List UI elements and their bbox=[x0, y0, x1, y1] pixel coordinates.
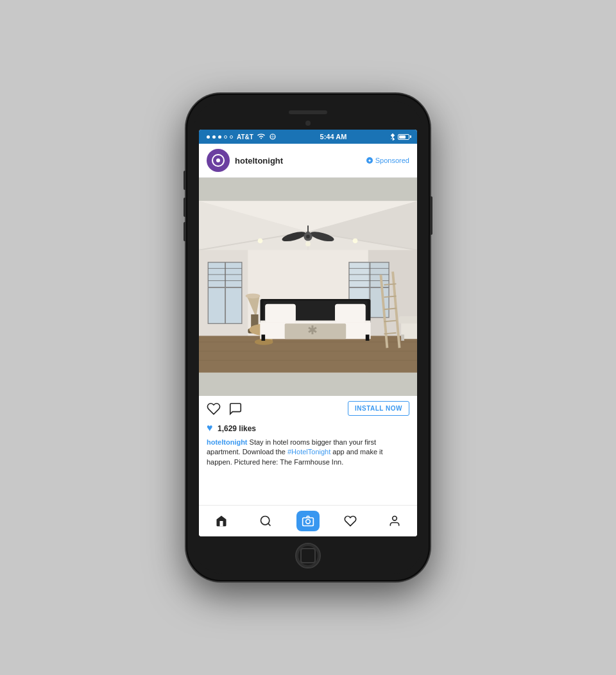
home-button-area bbox=[194, 536, 422, 574]
likes-section: ♥ 1,629 likes bbox=[199, 421, 417, 436]
heart-nav-icon bbox=[344, 515, 357, 527]
svg-rect-67 bbox=[366, 334, 370, 341]
svg-rect-69 bbox=[398, 316, 417, 323]
caption-hashtag[interactable]: #HotelTonight bbox=[287, 448, 330, 456]
svg-rect-62 bbox=[265, 304, 296, 323]
post-image: ✱ bbox=[199, 178, 417, 396]
username-label: hoteltonight bbox=[235, 156, 366, 166]
caption-username[interactable]: hoteltonight bbox=[207, 438, 248, 446]
caption-section: hoteltonight Stay in hotel rooms bigger … bbox=[199, 436, 417, 505]
signal-dot-1 bbox=[207, 135, 210, 139]
svg-text:✱: ✱ bbox=[307, 323, 318, 337]
camera-area bbox=[194, 121, 422, 126]
svg-text:✦: ✦ bbox=[368, 158, 372, 163]
svg-point-74 bbox=[305, 241, 311, 246]
home-nav-icon bbox=[215, 515, 228, 527]
sponsored-label: ✦ Sponsored bbox=[366, 157, 409, 164]
avatar bbox=[207, 149, 230, 172]
signal-dot-3 bbox=[218, 135, 221, 139]
svg-rect-70 bbox=[401, 334, 404, 341]
bedroom-svg: ✱ bbox=[199, 178, 417, 396]
home-button[interactable] bbox=[295, 543, 321, 568]
nav-profile[interactable] bbox=[381, 512, 409, 530]
phone-frame: AT&T 5:44 AM bbox=[186, 94, 430, 581]
time-display: 5:44 AM bbox=[320, 133, 347, 141]
status-left: AT&T bbox=[207, 133, 277, 141]
like-icon[interactable] bbox=[207, 402, 221, 416]
battery-fill bbox=[399, 135, 406, 139]
carrier-label: AT&T bbox=[237, 133, 253, 141]
svg-point-73 bbox=[353, 239, 358, 244]
signal-dot-5 bbox=[230, 135, 233, 139]
svg-rect-66 bbox=[261, 334, 265, 341]
likes-count: 1,629 likes bbox=[218, 424, 256, 433]
comment-icon[interactable] bbox=[228, 402, 243, 416]
sponsored-text: Sponsored bbox=[375, 157, 409, 164]
home-button-inner bbox=[300, 548, 316, 563]
screen: AT&T 5:44 AM bbox=[199, 130, 417, 536]
avatar-inner bbox=[212, 154, 225, 167]
nav-camera[interactable] bbox=[296, 511, 320, 531]
status-right bbox=[390, 133, 409, 141]
likes-heart-icon: ♥ bbox=[207, 422, 213, 433]
svg-rect-63 bbox=[335, 304, 366, 323]
bluetooth-icon bbox=[390, 133, 395, 141]
svg-point-79 bbox=[393, 517, 397, 521]
speaker bbox=[289, 110, 327, 114]
svg-point-38 bbox=[306, 235, 310, 239]
battery-icon bbox=[398, 134, 409, 140]
svg-point-72 bbox=[258, 239, 263, 244]
sponsored-icon: ✦ bbox=[366, 157, 373, 164]
search-nav-icon bbox=[259, 515, 272, 527]
action-icons-group bbox=[207, 402, 348, 416]
camera-nav-icon bbox=[302, 515, 314, 527]
wifi-icon bbox=[257, 133, 265, 140]
nav-activity[interactable] bbox=[336, 512, 364, 530]
svg-line-76 bbox=[268, 524, 271, 526]
instagram-header: hoteltonight ✦ Sponsored bbox=[199, 144, 417, 178]
settings-icon bbox=[270, 133, 276, 140]
bottom-nav bbox=[199, 505, 417, 536]
actions-bar: INSTALL NOW bbox=[199, 396, 417, 421]
svg-rect-22 bbox=[225, 262, 226, 324]
install-now-button[interactable]: INSTALL NOW bbox=[348, 401, 409, 416]
svg-rect-15 bbox=[199, 336, 417, 372]
nav-search[interactable] bbox=[252, 512, 280, 530]
svg-point-48 bbox=[246, 294, 261, 299]
nav-home[interactable] bbox=[207, 512, 235, 530]
svg-point-78 bbox=[306, 520, 311, 524]
camera-dot bbox=[305, 121, 311, 126]
svg-point-75 bbox=[261, 517, 270, 525]
status-bar: AT&T 5:44 AM bbox=[199, 130, 417, 144]
signal-dot-2 bbox=[212, 135, 216, 139]
profile-nav-icon bbox=[388, 515, 401, 527]
phone-inner: AT&T 5:44 AM bbox=[194, 101, 422, 574]
signal-dot-4 bbox=[224, 135, 227, 139]
